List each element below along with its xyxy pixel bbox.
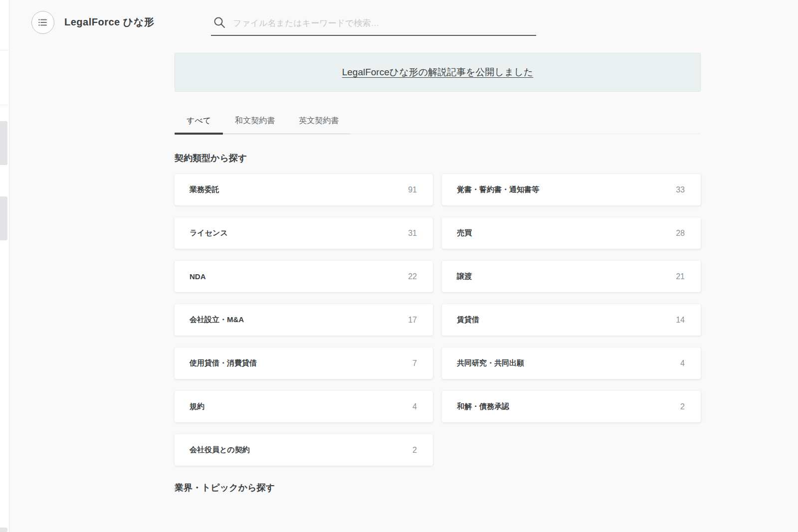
drawer-divider xyxy=(0,105,9,105)
search-icon xyxy=(213,16,226,29)
announcement-banner: LegalForceひな形の解説記事を公開しました xyxy=(175,53,701,92)
tab-english-contracts[interactable]: 英文契約書 xyxy=(287,108,351,134)
category-count: 31 xyxy=(408,229,417,238)
content-column: LegalForceひな形の解説記事を公開しました すべて 和文契約書 英文契約… xyxy=(175,53,701,494)
category-card[interactable]: 使用貸借・消費貸借 7 xyxy=(175,348,433,379)
category-label: NDA xyxy=(190,272,206,281)
category-card[interactable]: 共同研究・共同出願 4 xyxy=(442,348,701,379)
category-card[interactable]: NDA 22 xyxy=(175,261,433,292)
category-count: 4 xyxy=(680,359,685,368)
category-label: 和解・債務承認 xyxy=(457,402,509,411)
category-card[interactable]: 会社設立・M&A 17 xyxy=(175,304,433,336)
category-card[interactable]: 賃貸借 14 xyxy=(442,304,701,336)
category-card[interactable]: 譲渡 21 xyxy=(442,261,701,292)
drawer-divider xyxy=(0,50,9,50)
drawer-item-peek xyxy=(0,528,7,532)
category-count: 2 xyxy=(680,402,685,411)
section-title-industry-topics: 業界・トピックから探す xyxy=(175,482,701,494)
category-card[interactable]: 覚書・誓約書・通知書等 33 xyxy=(442,174,701,205)
category-count: 4 xyxy=(412,402,417,411)
section-title-contract-types: 契約類型から探す xyxy=(175,152,701,164)
category-card-grid: 業務委託 91 覚書・誓約書・通知書等 33 ライセンス 31 売買 28 ND… xyxy=(175,174,701,466)
category-label: ライセンス xyxy=(190,228,228,238)
tab-list: すべて 和文契約書 英文契約書 xyxy=(175,108,351,134)
category-count: 14 xyxy=(676,316,685,325)
drawer-item-peek xyxy=(0,121,7,165)
search-input[interactable] xyxy=(233,18,536,28)
main-area: LegalForce ひな形 LegalForceひな形の解説記事を公開しました… xyxy=(9,0,798,532)
category-label: 使用貸借・消費貸借 xyxy=(190,358,257,368)
category-label: 共同研究・共同出願 xyxy=(457,358,524,368)
category-count: 21 xyxy=(676,272,685,281)
category-count: 7 xyxy=(412,359,417,368)
category-label: 規約 xyxy=(190,402,204,411)
page-title: LegalForce ひな形 xyxy=(64,15,154,29)
tab-bar: すべて 和文契約書 英文契約書 xyxy=(175,109,701,134)
category-count: 28 xyxy=(676,229,685,238)
tab-japanese-contracts[interactable]: 和文契約書 xyxy=(223,108,287,134)
category-card[interactable]: 会社役員との契約 2 xyxy=(175,434,433,466)
category-label: 会社設立・M&A xyxy=(190,315,244,325)
drawer-item-peek xyxy=(0,196,7,240)
category-count: 2 xyxy=(412,446,417,455)
category-label: 会社役員との契約 xyxy=(190,445,250,455)
category-label: 譲渡 xyxy=(457,272,472,281)
menu-button[interactable] xyxy=(31,11,54,34)
category-label: 業務委託 xyxy=(190,185,219,194)
tab-all[interactable]: すべて xyxy=(175,108,223,134)
category-count: 17 xyxy=(408,316,417,325)
search-bar[interactable] xyxy=(211,12,536,36)
announcement-link[interactable]: LegalForceひな形の解説記事を公開しました xyxy=(342,66,534,79)
category-count: 22 xyxy=(408,272,417,281)
category-label: 覚書・誓約書・通知書等 xyxy=(457,185,539,194)
category-card[interactable]: 業務委託 91 xyxy=(175,174,433,205)
category-count: 33 xyxy=(676,185,685,194)
category-card[interactable]: 和解・債務承認 2 xyxy=(442,391,701,422)
list-icon xyxy=(37,17,48,28)
category-card[interactable]: 売買 28 xyxy=(442,217,701,249)
category-label: 賃貸借 xyxy=(457,315,479,325)
category-count: 91 xyxy=(408,185,417,194)
left-drawer-edge xyxy=(0,0,9,532)
category-card[interactable]: ライセンス 31 xyxy=(175,217,433,249)
category-label: 売買 xyxy=(457,228,472,238)
category-card[interactable]: 規約 4 xyxy=(175,391,433,422)
